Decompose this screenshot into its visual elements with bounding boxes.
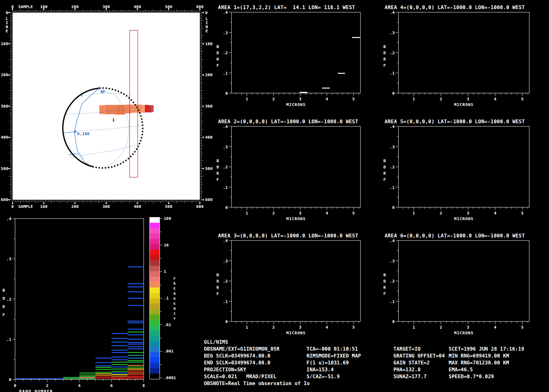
svg-text:E: E (173, 302, 176, 306)
svg-text:F: F (216, 177, 219, 182)
svg-text:R: R (216, 171, 219, 176)
svg-text:4: 4 (494, 325, 497, 330)
obsnote-field: OBSNOTE=Real Time observation of Io (204, 381, 310, 386)
area-plot-6: .4.3.2.1012345MICRONSBDRF (383, 238, 529, 335)
target-field: TARGET=IO (393, 347, 421, 352)
svg-text:5: 5 (352, 325, 355, 330)
svg-text:.001: .001 (164, 349, 173, 353)
svg-text:100: 100 (1, 41, 8, 46)
svg-text:8: 8 (142, 383, 145, 388)
svg-text:.4: .4 (390, 124, 395, 129)
svg-text:BAND NUMBER: BAND NUMBER (19, 389, 53, 392)
svg-text:1: 1 (164, 269, 166, 274)
svg-text:.2: .2 (390, 165, 395, 169)
svg-text:F: F (216, 291, 219, 296)
svg-text:B: B (383, 44, 386, 49)
svg-text:E: E (205, 29, 208, 33)
svg-text:100: 100 (40, 204, 48, 209)
svg-text:0: 0 (11, 204, 14, 209)
svg-text:E: E (173, 287, 176, 291)
svg-text:B: B (216, 158, 219, 163)
svg-text:.2: .2 (6, 297, 11, 302)
end-sclk-field: END SCLK=03499674.08.0 (204, 360, 270, 365)
nims-observation-screen: 0000100100100100200200200200300300300300… (0, 0, 549, 392)
min-rng-field: MIN RNG=699419.00 KM (449, 353, 509, 358)
svg-text:3: 3 (467, 97, 469, 101)
area-4-plot-title: AREA 4=(0,0,0,0) LAT=-1000.0 LON=-1000.0… (385, 5, 525, 10)
svg-text:MICRONS: MICRONS (286, 331, 306, 335)
svg-text:R: R (383, 171, 386, 176)
svg-text:600: 600 (196, 204, 204, 209)
bdrf-histogram: .4.3.2.1002468BAND NUMBERBDRF (3, 216, 145, 392)
svg-text:.4: .4 (223, 124, 228, 129)
svg-text:MICRONS: MICRONS (454, 216, 474, 221)
svg-text:R: R (173, 282, 176, 286)
svg-text:F: F (383, 177, 386, 182)
svg-text:.3: .3 (390, 30, 395, 35)
svg-text:F: F (383, 291, 386, 296)
svg-text:B: B (383, 273, 386, 277)
svg-text:5: 5 (521, 97, 524, 101)
svg-text:1: 1 (246, 211, 248, 215)
pha-field: PHA=132.8 (393, 367, 421, 372)
svg-text:.3: .3 (390, 259, 395, 263)
area-3-plot-title: AREA 3=(0,0,0,0) LAT=-1000.0 LON=-1000.0… (218, 234, 358, 238)
svg-text:E: E (6, 29, 8, 33)
svg-text:2: 2 (440, 325, 442, 330)
svg-text:F: F (383, 63, 386, 68)
svg-text:2: 2 (272, 97, 275, 101)
svg-text:B: B (3, 288, 5, 293)
svg-text:3: 3 (299, 211, 301, 215)
svg-text:.1: .1 (223, 185, 228, 190)
svg-text:.1: .1 (223, 71, 228, 76)
ina-field: INA=153.4 (306, 367, 334, 372)
svg-text:SAMPLE: SAMPLE (18, 204, 33, 209)
svg-text:1: 1 (413, 97, 415, 101)
grating-offset-field: GRATING OFFSET=04 (393, 353, 445, 358)
svg-text:.01: .01 (164, 322, 171, 327)
svg-text:300: 300 (1, 104, 8, 109)
svg-text:500: 500 (165, 4, 173, 9)
svg-text:.2: .2 (390, 279, 395, 283)
svg-text:2: 2 (272, 211, 275, 215)
scaz-field: S/CAZ=-51.9 (306, 374, 340, 379)
svg-text:600: 600 (196, 4, 204, 9)
svg-text:5: 5 (521, 211, 524, 215)
svg-text:D: D (3, 296, 5, 301)
svg-text:B: B (216, 273, 219, 277)
svg-text:3: 3 (299, 97, 301, 101)
area-plot-2: .4.3.2.1012345MICRONSBDRF (216, 124, 360, 221)
svg-text:1: 1 (413, 211, 415, 215)
svg-text:5: 5 (521, 325, 524, 330)
svg-text:B: B (216, 44, 219, 49)
svg-text:0: 0 (14, 383, 16, 388)
svg-text:F: F (173, 277, 176, 281)
svg-text:0: 0 (225, 319, 228, 324)
max-rng-field: MAX RNG=701238.00 KM (449, 360, 509, 365)
svg-text:.4: .4 (223, 238, 228, 243)
svg-text:500: 500 (205, 166, 213, 171)
svg-text:6: 6 (110, 383, 113, 388)
frequency-colorbar: 100101.1.01.001.0001FREQUENCY (150, 216, 176, 380)
svg-text:1: 1 (246, 325, 248, 330)
svg-text:0: 0 (392, 91, 395, 96)
svg-text:3: 3 (467, 325, 469, 330)
svg-text:600: 600 (205, 197, 213, 202)
svg-text:D: D (216, 279, 219, 283)
svg-text:2: 2 (440, 97, 442, 101)
area-plot-1: .4.3.2.1012345MICRONSBDRF (216, 10, 360, 107)
obsname-field: OBSNAME/EXT=G1INIOMON_05R (204, 347, 280, 352)
svg-text:.1: .1 (390, 71, 395, 76)
svg-text:0: 0 (225, 91, 228, 96)
svg-text:4: 4 (494, 97, 497, 101)
svg-text:.4: .4 (390, 10, 395, 15)
area-2-plot-title: AREA 2=(0,0,0,0) LAT=-1000.0 LON=-1000.0… (218, 119, 358, 124)
svg-text:.1: .1 (6, 337, 11, 342)
area-plot-5: .4.3.2.1012345MICRONSBDRF (383, 124, 529, 221)
svg-text:100: 100 (40, 4, 48, 9)
svg-text:U: U (173, 297, 176, 301)
ema-field: EMA=46.5 (449, 367, 473, 372)
area-plot-3: .4.3.2.1012345MICRONSBDRF (216, 238, 360, 335)
svg-text:10: 10 (164, 243, 169, 247)
svg-text:0: 0 (6, 10, 8, 15)
